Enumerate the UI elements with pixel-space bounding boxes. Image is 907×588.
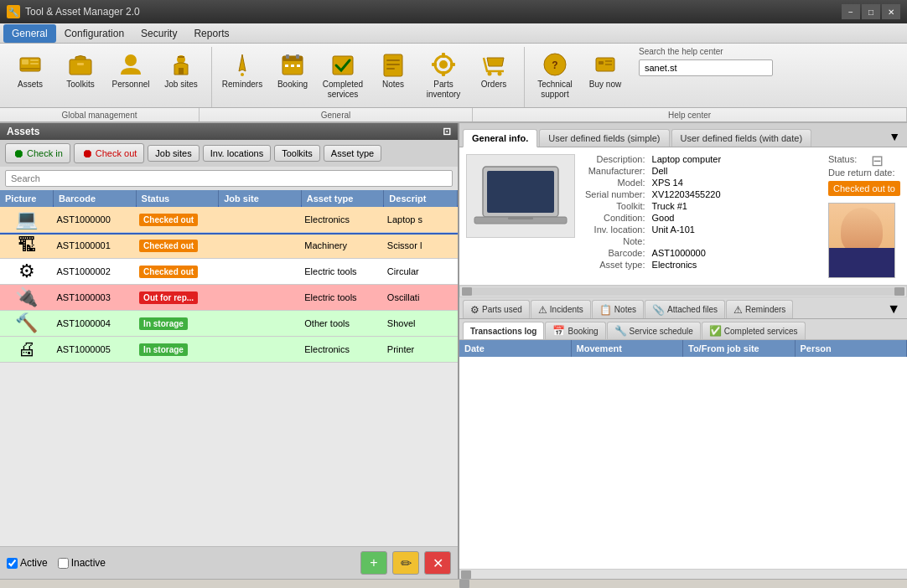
col-description: Descript (384, 190, 458, 207)
cell-status: In storage (136, 337, 219, 363)
transaction-table-body (459, 357, 907, 569)
asset-detail-section: Description: Laptop computer Manufacture… (459, 147, 907, 286)
help-search-input[interactable] (639, 59, 773, 76)
search-input[interactable] (5, 170, 453, 187)
table-row[interactable]: 🖨 AST1000005 In storage Electronics Prin… (0, 337, 458, 363)
add-asset-button[interactable]: + (360, 551, 387, 575)
active-filter-label[interactable]: Active (7, 557, 48, 569)
toolbar-reminders-button[interactable]: Reminders (219, 47, 266, 104)
toolbar-assets-button[interactable]: Assets (7, 47, 54, 104)
assets-panel-header: Assets ⊡ (0, 123, 458, 140)
tab-overflow-button[interactable]: ▼ (885, 126, 904, 147)
inv-locations-button[interactable]: Inv. locations (203, 145, 271, 162)
toolbar-parts-button[interactable]: Parts inventory (420, 47, 467, 104)
toolbar-booking-button[interactable]: Booking (269, 47, 316, 104)
completed-label: Completed services (322, 80, 364, 100)
tab-general-info[interactable]: General info. (463, 129, 537, 147)
table-row[interactable]: 🏗 AST1000001 Checked out Machinery Sciss… (0, 233, 458, 259)
toolbar-personnel-button[interactable]: Personnel (107, 47, 154, 104)
svg-rect-6 (77, 63, 84, 65)
svg-rect-14 (282, 56, 303, 61)
menu-security[interactable]: Security (132, 24, 185, 43)
btab-booking[interactable]: 📅 Booking (545, 322, 605, 339)
cell-assettype: Machinery (301, 233, 384, 259)
cell-picture: ⚙ (0, 259, 54, 285)
cell-picture: 🔨 (0, 311, 54, 337)
btab-reminders[interactable]: ⚠ Reminders (726, 300, 793, 318)
tf-general: General (200, 108, 473, 121)
jobsites-filter-button[interactable]: Job sites (148, 145, 199, 162)
note-value (652, 236, 818, 246)
transaction-horizontal-scroll[interactable] (459, 569, 907, 579)
toolbar-jobsites-button[interactable]: Job sites (158, 47, 205, 104)
inactive-filter-label[interactable]: Inactive (58, 557, 106, 569)
personnel-label: Personnel (111, 80, 149, 90)
technical-label: Technical support (534, 80, 576, 100)
checkout-button[interactable]: ⏺ Check out (74, 143, 145, 163)
technical-icon: ? (542, 51, 568, 78)
checkin-button[interactable]: ⏺ Check in (5, 143, 70, 163)
window-controls: − □ ✕ (842, 4, 900, 19)
attached-files-icon: 📎 (652, 304, 665, 316)
cell-status: Out for rep... (136, 285, 219, 311)
serial-value: XV12203455220 (652, 189, 818, 199)
btab-notes[interactable]: 📋 Notes (592, 300, 644, 318)
tab-user-date[interactable]: User defined fields (with date) (671, 129, 812, 147)
restore-button[interactable]: □ (862, 4, 880, 19)
panel-resize-icon[interactable]: ⊡ (443, 126, 451, 137)
toolkit-label: Toolkit: (585, 201, 645, 211)
btab-incidents[interactable]: ⚠ Incidents (531, 300, 591, 318)
menu-configuration[interactable]: Configuration (56, 24, 132, 43)
svg-rect-15 (286, 54, 289, 59)
table-row[interactable]: 🔨 AST1000004 In storage Other tools Shov… (0, 311, 458, 337)
table-row[interactable]: 💻 AST1000000 Checked out Electronics Lap… (0, 207, 458, 233)
btab-transactions[interactable]: Transactions log (463, 322, 544, 339)
svg-rect-5 (70, 59, 91, 75)
jobsites-icon (168, 51, 194, 78)
toolkits-label: Toolkits (66, 80, 94, 90)
asset-type-button[interactable]: Asset type (324, 145, 381, 162)
help-search-section: Search the help center (639, 47, 773, 76)
toolbar-notes-button[interactable]: Notes (370, 47, 417, 104)
active-checkbox[interactable] (7, 558, 18, 569)
btab-completed-services[interactable]: ✅ Completed services (702, 322, 806, 339)
btab-parts-used[interactable]: ⚙ Parts used (463, 300, 530, 318)
table-row[interactable]: 🔌 AST1000003 Out for rep... Electric too… (0, 285, 458, 311)
search-bar: ⊟ (0, 167, 458, 190)
edit-asset-button[interactable]: ✏ (392, 551, 419, 575)
col-status: Status (136, 190, 219, 207)
toolbar-toolkits-button[interactable]: Toolkits (57, 47, 104, 104)
btab-attached-files[interactable]: 📎 Attached files (645, 300, 725, 318)
menu-general[interactable]: General (3, 24, 56, 43)
toolbar-completed-button[interactable]: Completed services (319, 47, 366, 104)
svg-rect-9 (178, 56, 184, 58)
detail-horizontal-scroll[interactable] (459, 286, 907, 297)
menu-reports[interactable]: Reports (185, 24, 237, 43)
btab-service-schedule[interactable]: 🔧 Service schedule (607, 322, 701, 339)
close-button[interactable]: ✕ (882, 4, 900, 19)
table-row[interactable]: ⚙ AST1000002 Checked out Electric tools … (0, 259, 458, 285)
toolbar-orders-button[interactable]: Orders (470, 47, 517, 104)
toolkits-icon (67, 51, 94, 78)
main-layout: Assets ⊡ ⏺ Check in ⏺ Check out Job site… (0, 123, 907, 579)
inactive-checkbox[interactable] (58, 558, 69, 569)
toolkits-filter-button[interactable]: Toolkits (274, 145, 320, 162)
status-badge: Checked out to (828, 181, 900, 196)
toolbar-technical-button[interactable]: ? Technical support (531, 47, 578, 104)
due-return-label: Due return date: (828, 168, 895, 178)
minimize-button[interactable]: − (842, 4, 860, 19)
tab-user-simple[interactable]: User defined fields (simple) (539, 129, 669, 147)
svg-point-31 (488, 72, 492, 76)
assets-table: Picture Barcode Status Job site Asset ty… (0, 190, 458, 546)
jobsites-label: Job sites (164, 80, 197, 90)
svg-marker-11 (239, 54, 246, 71)
asset-thumbnail (466, 154, 575, 238)
cell-status: In storage (136, 311, 219, 337)
transaction-area: Date Movement To/From job site Person (459, 340, 907, 579)
bottom-tabs-overflow[interactable]: ▼ (884, 300, 904, 318)
toolbar-buynow-button[interactable]: Buy now (582, 47, 629, 104)
serial-label: Serial number: (585, 189, 645, 199)
delete-asset-button[interactable]: ✕ (424, 551, 451, 575)
cell-status: Checked out (136, 207, 219, 233)
assettype-value: Electronics (652, 260, 818, 270)
